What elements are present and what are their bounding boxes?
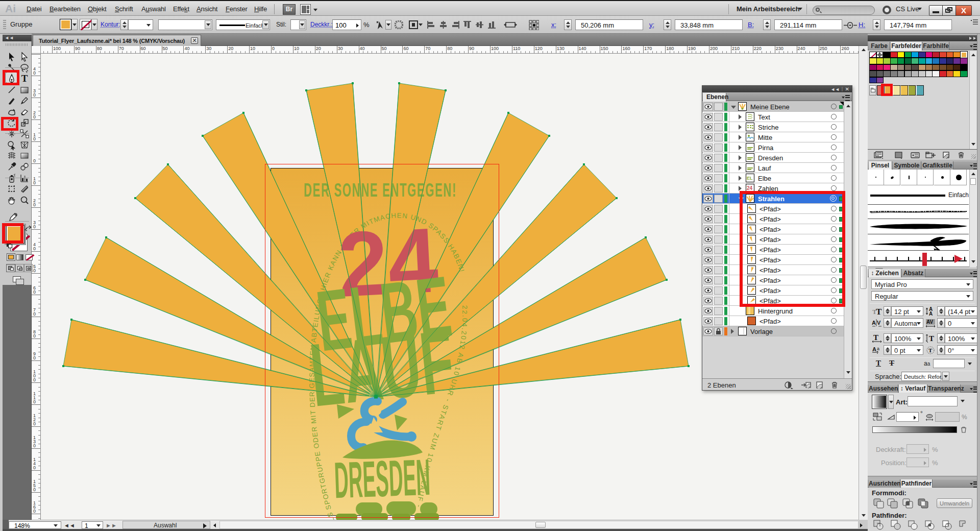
svg-text:DER SONNE ENTGEGEN!: DER SONNE ENTGEGEN!	[304, 180, 457, 201]
svg-text:A: A	[929, 311, 933, 316]
svg-text:A: A	[872, 320, 876, 326]
svg-text:T: T	[928, 347, 933, 353]
svg-text:24: 24	[747, 185, 753, 191]
svg-text:T: T	[873, 333, 878, 342]
svg-text:T: T	[929, 334, 934, 343]
svg-text:V: V	[877, 320, 881, 326]
svg-text:T: T	[21, 74, 28, 84]
svg-text:a: a	[877, 346, 879, 351]
svg-text:DRESDEN: DRESDEN	[333, 448, 431, 509]
svg-text:EL: EL	[747, 176, 753, 181]
svg-text:AV: AV	[926, 319, 933, 325]
svg-text:A: A	[872, 346, 876, 352]
svg-text:LAUF: LAUF	[306, 311, 458, 425]
svg-text:T: T	[876, 307, 882, 316]
